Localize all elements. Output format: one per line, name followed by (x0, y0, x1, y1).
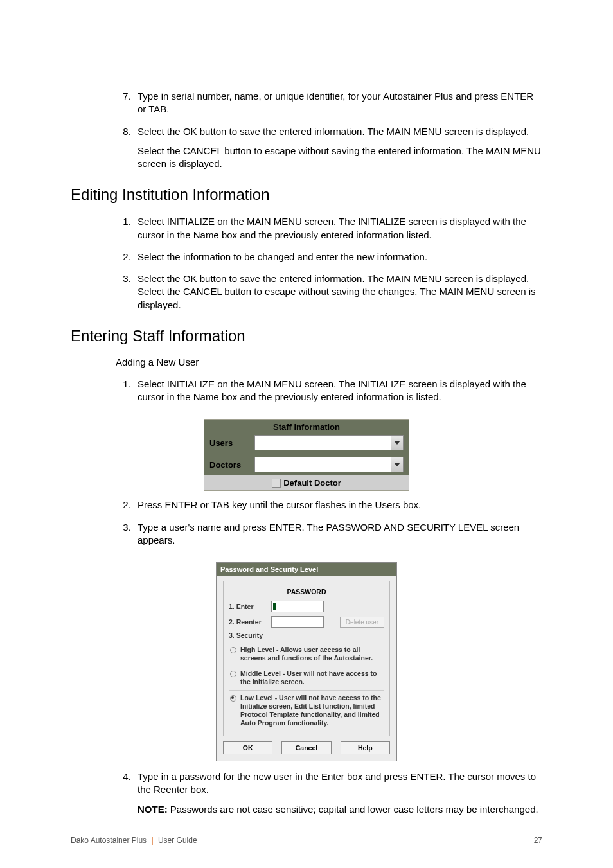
password-heading: PASSWORD (229, 588, 384, 596)
ok-button[interactable]: OK (223, 741, 272, 754)
editing-step-1-text: Select INITIALIZE on the MAIN MENU scree… (138, 216, 526, 240)
heading-entering: Entering Staff Information (71, 327, 542, 345)
reenter-label: 2. Reenter (229, 618, 267, 626)
enter-row: 1. Enter (229, 601, 384, 612)
editing-step-1: Select INITIALIZE on the MAIN MENU scree… (134, 215, 542, 242)
security-middle-option[interactable]: Middle Level - User will not have access… (229, 666, 384, 689)
password-security-dialog: Password and Security Level PASSWORD 1. … (216, 562, 397, 761)
text-cursor (273, 603, 276, 610)
reenter-input[interactable] (271, 616, 324, 628)
radio-icon (230, 695, 236, 702)
page-footer: Dako Autostainer Plus | User Guide 27 (71, 836, 542, 845)
entering-step-3-text: Type a user's name and press ENTER. The … (138, 522, 519, 545)
step-7: Type in serial number, name, or unique i… (134, 90, 542, 116)
editing-step-3-text: Select the OK button to save the entered… (138, 273, 535, 310)
editing-step-3: Select the OK button to save the entered… (134, 272, 542, 312)
dialog-titlebar: Password and Security Level (217, 563, 396, 576)
entering-step-2-text: Press ENTER or TAB key until the cursor … (138, 499, 421, 510)
entering-step-4-note: NOTE: Passwords are not case sensitive; … (138, 803, 542, 816)
cancel-button[interactable]: Cancel (281, 741, 331, 754)
enter-input[interactable] (271, 601, 324, 612)
users-dropdown[interactable] (254, 435, 404, 450)
doctors-dropdown[interactable] (254, 457, 404, 472)
doctors-label: Doctors (209, 460, 254, 470)
entering-step-3: Type a user's name and press ENTER. The … (134, 521, 542, 547)
radio-icon (230, 647, 236, 653)
default-doctor-label: Default Doctor (283, 478, 341, 488)
security-high-text: High Level - Allows user access to all s… (240, 646, 383, 662)
entering-step-2: Press ENTER or TAB key until the cursor … (134, 499, 542, 511)
note-label: NOTE: (138, 804, 168, 815)
staff-information-panel: Staff Information Users Doctors Default … (204, 419, 409, 491)
footer-divider: | (151, 836, 153, 845)
security-label: 3. Security (229, 632, 384, 639)
users-label: Users (209, 438, 254, 448)
subheading-adding-user: Adding a New User (116, 357, 542, 368)
default-doctor-checkbox[interactable] (272, 479, 281, 488)
entering-list-1: Select INITIALIZE on the MAIN MENU scree… (71, 378, 542, 404)
entering-list-4: Type in a password for the new user in t… (71, 770, 542, 816)
step-7-text: Type in serial number, name, or unique i… (138, 91, 533, 114)
step-8-extra: Select the CANCEL button to escape witho… (138, 145, 542, 171)
enter-label: 1. Enter (229, 603, 267, 610)
dialog-buttons: OK Cancel Help (223, 741, 390, 754)
note-text: Passwords are not case sensitive; capita… (168, 804, 538, 815)
help-button[interactable]: Help (341, 741, 390, 754)
footer-page-number: 27 (534, 836, 542, 845)
entering-step-4: Type in a password for the new user in t… (134, 770, 542, 816)
heading-editing: Editing Institution Information (71, 186, 542, 204)
list-7-8: Type in serial number, name, or unique i… (71, 90, 542, 170)
entering-list-2: Press ENTER or TAB key until the cursor … (71, 499, 542, 547)
footer-guide: User Guide (158, 836, 197, 845)
chevron-down-icon[interactable] (391, 436, 403, 450)
chevron-down-icon[interactable] (391, 457, 403, 472)
entering-step-1: Select INITIALIZE on the MAIN MENU scree… (134, 378, 542, 404)
step-8-text: Select the OK button to save the entered… (138, 126, 529, 137)
editing-step-2: Select the information to be changed and… (134, 251, 542, 263)
doctors-row: Doctors (204, 454, 409, 475)
reenter-row: 2. Reenter Delete user (229, 616, 384, 628)
editing-list: Select INITIALIZE on the MAIN MENU scree… (71, 215, 542, 312)
security-high-option[interactable]: High Level - Allows user access to all s… (229, 642, 384, 666)
footer-product: Dako Autostainer Plus (71, 836, 147, 845)
entering-step-1-text: Select INITIALIZE on the MAIN MENU scree… (138, 378, 526, 402)
security-middle-text: Middle Level - User will not have access… (240, 669, 383, 686)
security-low-text: Low Level - User will not have access to… (240, 694, 383, 728)
radio-icon (230, 671, 236, 677)
users-row: Users (204, 432, 409, 454)
default-doctor-row: Default Doctor (204, 475, 409, 490)
footer-left: Dako Autostainer Plus | User Guide (71, 836, 197, 845)
staff-info-title: Staff Information (204, 420, 409, 432)
delete-user-button[interactable]: Delete user (340, 617, 384, 628)
editing-step-2-text: Select the information to be changed and… (138, 251, 427, 262)
step-8: Select the OK button to save the entered… (134, 125, 542, 171)
entering-step-4-text: Type in a password for the new user in t… (138, 771, 536, 795)
security-low-option[interactable]: Low Level - User will not have access to… (229, 690, 384, 731)
